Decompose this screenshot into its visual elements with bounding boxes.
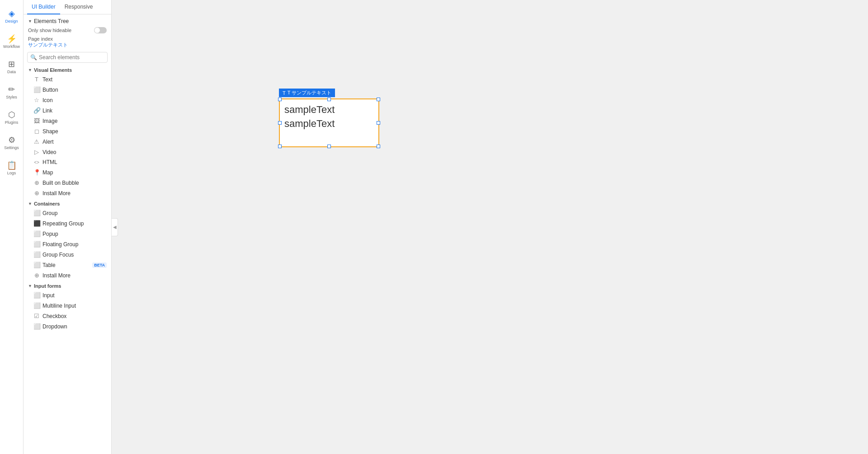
search-icon: 🔍 xyxy=(30,54,37,61)
nav-item-settings[interactable]: ⚙ Settings xyxy=(0,130,24,155)
containers-label: Containers xyxy=(34,201,60,206)
alert-element-icon: ⚠ xyxy=(33,138,40,145)
element-item-link[interactable]: 🔗 Link xyxy=(24,105,111,116)
workflow-icon: ⚡ xyxy=(7,35,17,43)
multiline-input-element-icon: ⬜ xyxy=(33,302,40,309)
element-item-input[interactable]: ⬜ Input xyxy=(24,290,111,300)
input-element-icon: ⬜ xyxy=(33,292,40,299)
nav-item-design[interactable]: ◈ Design xyxy=(0,4,24,29)
group-focus-element-icon: ⬜ xyxy=(33,251,40,258)
elements-tree-collapse-icon[interactable]: ▼ xyxy=(28,19,32,23)
only-hideable-row: Only show hideable xyxy=(24,26,111,35)
resize-handle-bottom-left[interactable] xyxy=(278,145,282,148)
element-item-icon[interactable]: ☆ Icon xyxy=(24,95,111,105)
input-forms-collapse-icon: ▼ xyxy=(28,284,32,288)
panel-tabs: UI Builder Responsive xyxy=(24,0,111,14)
element-item-table[interactable]: ⬜ Table BETA xyxy=(24,260,111,270)
element-item-popup[interactable]: ⬜ Popup xyxy=(24,229,111,239)
nav-item-styles[interactable]: ✏ Styles xyxy=(0,80,24,105)
logs-icon: 📋 xyxy=(7,161,17,169)
resize-handle-bottom-center[interactable] xyxy=(327,145,331,148)
element-item-map[interactable]: 📍 Map xyxy=(24,167,111,178)
element-item-video[interactable]: ▷ Video xyxy=(24,147,111,157)
built-on-bubble-icon: ⊕ xyxy=(33,179,40,186)
resize-handle-middle-left[interactable] xyxy=(278,121,282,125)
element-content-line1: sampleText xyxy=(284,103,374,117)
dropdown-element-icon: ⬜ xyxy=(33,323,40,330)
element-content: sampleText sampleText xyxy=(280,99,378,135)
containers-collapse-icon: ▼ xyxy=(28,201,32,206)
popup-element-icon: ⬜ xyxy=(33,230,40,237)
group-element-icon: ⬜ xyxy=(33,210,40,216)
floating-group-element-icon: ⬜ xyxy=(33,241,40,248)
nav-item-workflow[interactable]: ⚡ Workflow xyxy=(0,29,24,54)
visual-elements-section-header[interactable]: ▼ Visual Elements xyxy=(24,65,111,74)
resize-handle-top-center[interactable] xyxy=(327,98,331,101)
element-item-group-focus[interactable]: ⬜ Group Focus xyxy=(24,249,111,260)
page-index-label: Page index xyxy=(28,36,53,42)
link-element-icon: 🔗 xyxy=(33,107,40,114)
element-item-install-more-visual[interactable]: ⊕ Install More xyxy=(24,188,111,198)
panel-collapse-handle[interactable]: ◀ xyxy=(112,218,118,236)
elements-tree-header: ▼ Elements Tree xyxy=(24,14,111,26)
element-label-bar: T T サンプルテキスト xyxy=(279,89,335,97)
design-icon: ◈ xyxy=(9,9,15,18)
nav-item-data[interactable]: ⊞ Data xyxy=(0,54,24,80)
video-element-icon: ▷ xyxy=(33,149,40,155)
html-element-icon: <> xyxy=(33,160,40,165)
collapse-arrow-icon: ◀ xyxy=(113,225,117,229)
canvas-text-element[interactable]: T T サンプルテキスト sampleText sampleText xyxy=(279,98,379,147)
element-item-dropdown[interactable]: ⬜ Dropdown xyxy=(24,321,111,332)
table-element-icon: ⬜ xyxy=(33,262,40,268)
search-input[interactable] xyxy=(39,54,104,61)
element-item-group[interactable]: ⬜ Group xyxy=(24,208,111,218)
element-content-line2: sampleText xyxy=(284,117,374,131)
element-item-button[interactable]: ⬜ Button xyxy=(24,84,111,95)
visual-elements-collapse-icon: ▼ xyxy=(28,68,32,72)
elements-tree-label: Elements Tree xyxy=(34,18,69,24)
tab-responsive[interactable]: Responsive xyxy=(60,0,98,14)
only-hideable-label: Only show hideable xyxy=(28,28,71,33)
only-hideable-toggle[interactable] xyxy=(94,27,107,33)
element-item-checkbox[interactable]: ☑ Checkbox xyxy=(24,311,111,321)
left-navigation: ◈ Design ⚡ Workflow ⊞ Data ✏ Styles ⬡ Pl… xyxy=(0,0,24,454)
input-forms-label: Input forms xyxy=(34,283,61,289)
page-index-link[interactable]: サンプルテキスト xyxy=(28,42,68,47)
table-beta-badge: BETA xyxy=(92,262,107,268)
nav-item-logs[interactable]: 📋 Logs xyxy=(0,155,24,181)
resize-handle-middle-right[interactable] xyxy=(377,121,380,125)
nav-item-plugins[interactable]: ⬡ Plugins xyxy=(0,105,24,130)
install-more-visual-icon: ⊕ xyxy=(33,190,40,197)
canvas-area[interactable]: ◀ T T サンプルテキスト sampleText sampleText xyxy=(112,0,868,454)
install-more-containers-icon: ⊕ xyxy=(33,272,40,279)
element-item-alert[interactable]: ⚠ Alert xyxy=(24,136,111,147)
page-index-row: Page index サンプルテキスト xyxy=(24,35,111,50)
icon-element-icon: ☆ xyxy=(33,97,40,103)
element-item-text[interactable]: T Text xyxy=(24,74,111,84)
plugins-icon: ⬡ xyxy=(8,111,15,119)
input-forms-section-header[interactable]: ▼ Input forms xyxy=(24,281,111,290)
visual-elements-label: Visual Elements xyxy=(34,67,72,73)
containers-section-header[interactable]: ▼ Containers xyxy=(24,198,111,208)
search-box: 🔍 xyxy=(27,52,108,63)
element-item-multiline-input[interactable]: ⬜ Multiline Input xyxy=(24,300,111,311)
element-item-install-more-containers[interactable]: ⊕ Install More xyxy=(24,270,111,281)
element-type-icon: T xyxy=(283,90,286,96)
element-label: T サンプルテキスト xyxy=(288,89,332,96)
styles-icon: ✏ xyxy=(8,85,15,94)
repeating-group-element-icon: ⬛ xyxy=(33,220,40,227)
settings-icon: ⚙ xyxy=(8,136,15,144)
resize-handle-top-left[interactable] xyxy=(278,98,282,101)
element-item-built-on-bubble[interactable]: ⊕ Built on Bubble xyxy=(24,178,111,188)
element-item-image[interactable]: 🖼 Image xyxy=(24,116,111,126)
element-item-html[interactable]: <> HTML xyxy=(24,157,111,167)
element-item-floating-group[interactable]: ⬜ Floating Group xyxy=(24,239,111,249)
element-item-repeating-group[interactable]: ⬛ Repeating Group xyxy=(24,218,111,229)
resize-handle-bottom-right[interactable] xyxy=(377,145,380,148)
element-item-shape[interactable]: ◻ Shape xyxy=(24,126,111,136)
panel-body: ▼ Visual Elements T Text ⬜ Button ☆ Icon… xyxy=(24,65,111,454)
resize-handle-top-right[interactable] xyxy=(377,98,380,101)
shape-element-icon: ◻ xyxy=(33,128,40,135)
left-panel: UI Builder Responsive ▼ Elements Tree On… xyxy=(24,0,112,454)
tab-ui-builder[interactable]: UI Builder xyxy=(27,0,60,14)
